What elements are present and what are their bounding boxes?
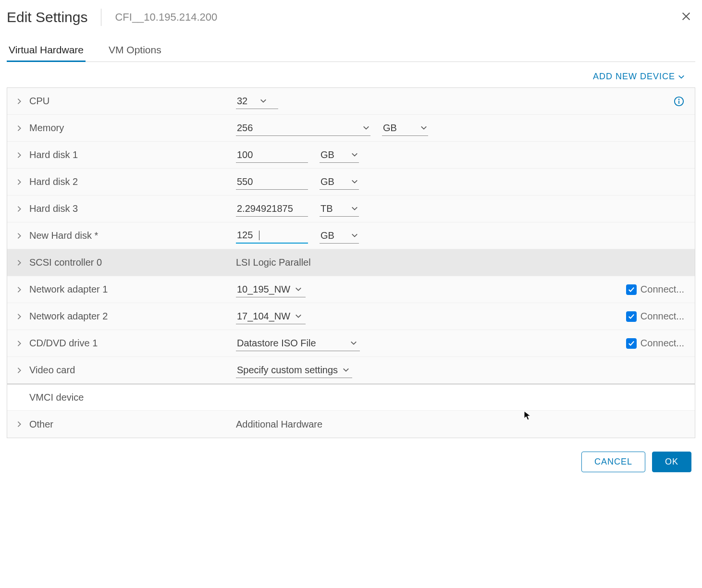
cpu-value: 32 bbox=[237, 96, 256, 107]
row-other: Other Additional Hardware bbox=[7, 411, 695, 438]
video-select[interactable]: Specify custom settings bbox=[236, 363, 352, 378]
row-network-adapter-2: Network adapter 2 17_104_NW Connect... bbox=[7, 303, 695, 330]
expand-cddvd[interactable] bbox=[16, 340, 23, 347]
net1-value: 10_195_NW bbox=[237, 284, 290, 295]
close-icon[interactable] bbox=[677, 9, 695, 25]
tab-vm-options[interactable]: VM Options bbox=[107, 40, 163, 61]
dialog-header: Edit Settings CFI__10.195.214.200 bbox=[7, 5, 695, 40]
cpu-count-select[interactable]: 32 bbox=[236, 94, 278, 109]
memory-value-input[interactable]: 256 bbox=[236, 121, 370, 136]
hd2-unit-select[interactable]: GB bbox=[320, 174, 359, 190]
row-cd-dvd-drive-1: CD/DVD drive 1 Datastore ISO File Connec… bbox=[7, 330, 695, 357]
row-scsi-controller-0: SCSI controller 0 LSI Logic Parallel bbox=[7, 249, 695, 276]
chevron-down-icon bbox=[351, 205, 358, 212]
memory-unit: GB bbox=[383, 122, 402, 134]
expand-hd2[interactable] bbox=[16, 179, 23, 185]
expand-scsi[interactable] bbox=[16, 259, 23, 266]
row-hard-disk-1: Hard disk 1 100 GB bbox=[7, 142, 695, 169]
chevron-down-icon bbox=[343, 367, 349, 373]
expand-hd1[interactable] bbox=[16, 152, 23, 159]
chevron-down-icon bbox=[295, 286, 302, 293]
label-scsi: SCSI controller 0 bbox=[29, 257, 236, 268]
info-icon[interactable] bbox=[674, 96, 684, 107]
row-memory: Memory 256 GB bbox=[7, 115, 695, 142]
expand-video[interactable] bbox=[16, 367, 23, 374]
scsi-value: LSI Logic Parallel bbox=[236, 257, 311, 268]
label-hd3: Hard disk 3 bbox=[29, 203, 236, 214]
row-hard-disk-2: Hard disk 2 550 GB bbox=[7, 169, 695, 196]
hd3-unit-select[interactable]: TB bbox=[320, 201, 359, 217]
label-net1: Network adapter 1 bbox=[29, 284, 236, 295]
row-video-card: Video card Specify custom settings bbox=[7, 357, 695, 384]
add-new-device-label: ADD NEW DEVICE bbox=[593, 72, 675, 82]
chevron-down-icon bbox=[678, 74, 685, 80]
hd1-unit: GB bbox=[320, 149, 340, 160]
new-hd-unit-select[interactable]: GB bbox=[320, 228, 359, 244]
hd1-value: 100 bbox=[237, 149, 256, 160]
hd1-unit-select[interactable]: GB bbox=[320, 147, 359, 163]
net1-select[interactable]: 10_195_NW bbox=[236, 282, 306, 297]
label-hd1: Hard disk 1 bbox=[29, 149, 236, 160]
chevron-down-icon bbox=[420, 124, 427, 131]
row-cpu: CPU 32 bbox=[7, 88, 695, 115]
label-net2: Network adapter 2 bbox=[29, 311, 236, 322]
cddvd-select[interactable]: Datastore ISO File bbox=[236, 336, 360, 351]
other-value: Additional Hardware bbox=[236, 419, 322, 430]
cddvd-value: Datastore ISO File bbox=[237, 338, 316, 349]
divider bbox=[101, 9, 101, 26]
expand-net1[interactable] bbox=[16, 286, 23, 293]
label-vmci: VMCI device bbox=[29, 392, 236, 403]
chevron-down-icon bbox=[350, 340, 357, 346]
add-new-device-button[interactable]: ADD NEW DEVICE bbox=[593, 72, 685, 82]
hd3-unit: TB bbox=[320, 203, 340, 214]
net1-connect-checkbox[interactable] bbox=[626, 284, 637, 295]
label-hd2: Hard disk 2 bbox=[29, 176, 236, 187]
new-hd-size-input[interactable]: 125 bbox=[236, 228, 308, 244]
label-hdnew: New Hard disk * bbox=[29, 230, 236, 241]
tab-bar: Virtual Hardware VM Options bbox=[7, 40, 695, 62]
ok-button[interactable]: OK bbox=[652, 452, 691, 472]
row-vmci-device: VMCI device bbox=[7, 384, 695, 411]
label-memory: Memory bbox=[29, 122, 236, 134]
label-cddvd: CD/DVD drive 1 bbox=[29, 338, 236, 349]
chevron-down-icon bbox=[295, 313, 302, 319]
chevron-down-icon bbox=[363, 124, 369, 131]
expand-hdnew[interactable] bbox=[16, 233, 23, 239]
row-hard-disk-3: Hard disk 3 2.294921875 TB bbox=[7, 196, 695, 222]
expand-other[interactable] bbox=[16, 421, 23, 428]
video-value: Specify custom settings bbox=[237, 365, 338, 376]
hd2-size-input[interactable]: 550 bbox=[236, 174, 308, 190]
hdnew-value: 125 bbox=[237, 230, 256, 241]
hdnew-unit: GB bbox=[320, 230, 340, 241]
expand-net2[interactable] bbox=[16, 313, 23, 320]
label-cpu: CPU bbox=[29, 96, 236, 107]
chevron-down-icon bbox=[351, 232, 358, 239]
hd2-unit: GB bbox=[320, 176, 340, 187]
dialog-subtitle: CFI__10.195.214.200 bbox=[115, 11, 677, 24]
expand-memory[interactable] bbox=[16, 125, 23, 132]
hd2-value: 550 bbox=[237, 176, 256, 187]
cddvd-connect-checkbox[interactable] bbox=[626, 338, 637, 349]
hd3-value: 2.294921875 bbox=[237, 203, 293, 214]
chevron-down-icon bbox=[351, 178, 358, 185]
expand-cpu[interactable] bbox=[16, 98, 23, 105]
cancel-button[interactable]: CANCEL bbox=[581, 452, 645, 472]
hardware-panel: CPU 32 Memory 256 GB Hard disk 1 bbox=[7, 87, 695, 438]
text-cursor-icon bbox=[259, 231, 259, 240]
memory-unit-select[interactable]: GB bbox=[382, 121, 428, 136]
chevron-down-icon bbox=[260, 98, 267, 104]
chevron-down-icon bbox=[351, 151, 358, 158]
cddvd-connect-label: Connect... bbox=[640, 338, 684, 349]
label-video: Video card bbox=[29, 365, 236, 376]
label-other: Other bbox=[29, 419, 236, 430]
tab-virtual-hardware[interactable]: Virtual Hardware bbox=[7, 40, 86, 62]
hd1-size-input[interactable]: 100 bbox=[236, 147, 308, 163]
net1-connect-label: Connect... bbox=[640, 284, 684, 295]
row-network-adapter-1: Network adapter 1 10_195_NW Connect... bbox=[7, 276, 695, 303]
net2-value: 17_104_NW bbox=[237, 311, 290, 322]
net2-connect-checkbox[interactable] bbox=[626, 311, 637, 322]
expand-hd3[interactable] bbox=[16, 206, 23, 212]
net2-select[interactable]: 17_104_NW bbox=[236, 309, 306, 324]
hd3-size-input[interactable]: 2.294921875 bbox=[236, 201, 308, 217]
dialog-title: Edit Settings bbox=[7, 9, 101, 25]
